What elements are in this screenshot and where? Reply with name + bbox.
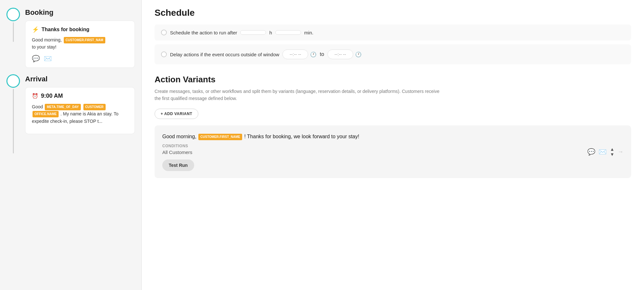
test-run-button[interactable]: Test Run (162, 159, 194, 171)
arrival-title: Arrival (25, 73, 141, 83)
clock-btn-start[interactable]: 🕐 (310, 51, 317, 58)
hours-input[interactable] (240, 30, 266, 35)
booking-title: Booking (25, 6, 141, 17)
booking-card: ⚡ Thanks for booking Good morning, CUSTO… (25, 21, 135, 68)
clock-icon: ⏰ (32, 93, 38, 99)
action-variants-section: Action Variants Create messages, tasks, … (155, 75, 631, 119)
timeline-arrival: Arrival ⏰ 9:00 AM Good META.TIME_OF_DAY … (6, 73, 141, 155)
action-variants-description: Create messages, tasks, or other workflo… (155, 88, 444, 102)
left-panel: Booking ⚡ Thanks for booking Good mornin… (0, 0, 142, 290)
lightning-icon: ⚡ (32, 26, 39, 33)
timeline-booking: Booking ⚡ Thanks for booking Good mornin… (6, 6, 141, 73)
variant-chat-icon[interactable]: 💬 (587, 148, 595, 156)
variant-msg-end: ! Thanks for booking, we look forward to… (244, 134, 359, 139)
to-label: to (320, 51, 324, 57)
nav-up-button[interactable]: ▲ (610, 147, 614, 151)
variant-message: Good morning, CUSTOMER.FIRST_NAME ! Than… (162, 132, 623, 141)
schedule-radio-1[interactable] (161, 30, 167, 35)
arrival-circle-icon (6, 74, 20, 88)
nav-down-button[interactable]: ▼ (610, 152, 614, 157)
minutes-input[interactable] (275, 30, 301, 35)
arrival-content: Arrival ⏰ 9:00 AM Good META.TIME_OF_DAY … (25, 73, 141, 139)
hours-unit: h (269, 30, 272, 35)
conditions-value: All Customers (162, 150, 623, 155)
variant-nav: ▲ ▼ (610, 147, 614, 157)
booking-card-title: Thanks for booking (42, 27, 89, 32)
schedule-radio-2[interactable] (161, 51, 167, 57)
variant-arrow-icon[interactable]: → (618, 149, 623, 155)
schedule-label-1: Schedule the action to run after (170, 30, 237, 35)
conditions-label: CONDITIONS (162, 144, 623, 148)
booking-circle-icon (6, 8, 20, 21)
customer-first-name-tag: CUSTOMER.FIRST_NAM (64, 37, 105, 43)
arrival-card: ⏰ 9:00 AM Good META.TIME_OF_DAY CUSTOMER… (25, 87, 135, 134)
booking-content: Booking ⚡ Thanks for booking Good mornin… (25, 6, 141, 73)
window-start-placeholder: --:-- -- (289, 52, 301, 57)
timeline-left-arrival (6, 73, 20, 155)
office-name-tag: OFFICE.NAME (33, 111, 59, 117)
booking-card-body: Good morning, CUSTOMER.FIRST_NAM to your… (32, 36, 128, 51)
svg-point-0 (11, 12, 15, 17)
timeline-line-1 (13, 23, 14, 42)
arrival-card-body: Good META.TIME_OF_DAY CUSTOMER OFFICE.NA… (32, 103, 128, 125)
clock-btn-end[interactable]: 🕐 (355, 51, 362, 58)
timeline-section: Booking ⚡ Thanks for booking Good mornin… (6, 6, 141, 155)
arrival-card-time: ⏰ 9:00 AM (32, 93, 128, 99)
add-variant-button[interactable]: + ADD VARIANT (155, 109, 198, 119)
timeline-left-booking (6, 6, 20, 43)
meta-time-tag: META.TIME_OF_DAY (45, 104, 80, 110)
timeline-line-2 (13, 89, 14, 153)
window-end-placeholder: --:-- -- (335, 52, 346, 57)
customer-tag: CUSTOMER (83, 104, 106, 110)
schedule-row-2: Delay actions if the event occurs outsid… (155, 44, 631, 64)
minutes-unit: min. (304, 30, 313, 35)
booking-card-icons: 💬 ✉️ (32, 55, 128, 62)
variant-msg-start: Good morning, (162, 134, 196, 139)
chat-icon[interactable]: 💬 (32, 55, 40, 62)
variant-actions: 💬 ✉️ ▲ ▼ → (587, 147, 623, 157)
email-icon[interactable]: ✉️ (44, 55, 52, 62)
right-panel: Schedule Schedule the action to run afte… (142, 0, 644, 290)
variant-email-icon[interactable]: ✉️ (599, 148, 607, 156)
schedule-row-1: Schedule the action to run after h min. (155, 24, 631, 41)
schedule-heading: Schedule (155, 8, 631, 18)
variant-card: Good morning, CUSTOMER.FIRST_NAME ! Than… (155, 125, 631, 178)
variant-customer-tag: CUSTOMER.FIRST_NAME (198, 134, 242, 140)
action-variants-title: Action Variants (155, 75, 631, 85)
booking-card-header: ⚡ Thanks for booking (32, 26, 128, 33)
window-start-input[interactable]: --:-- -- (282, 50, 308, 59)
window-end-input[interactable]: --:-- -- (327, 50, 353, 59)
schedule-label-2: Delay actions if the event occurs outsid… (170, 52, 279, 57)
